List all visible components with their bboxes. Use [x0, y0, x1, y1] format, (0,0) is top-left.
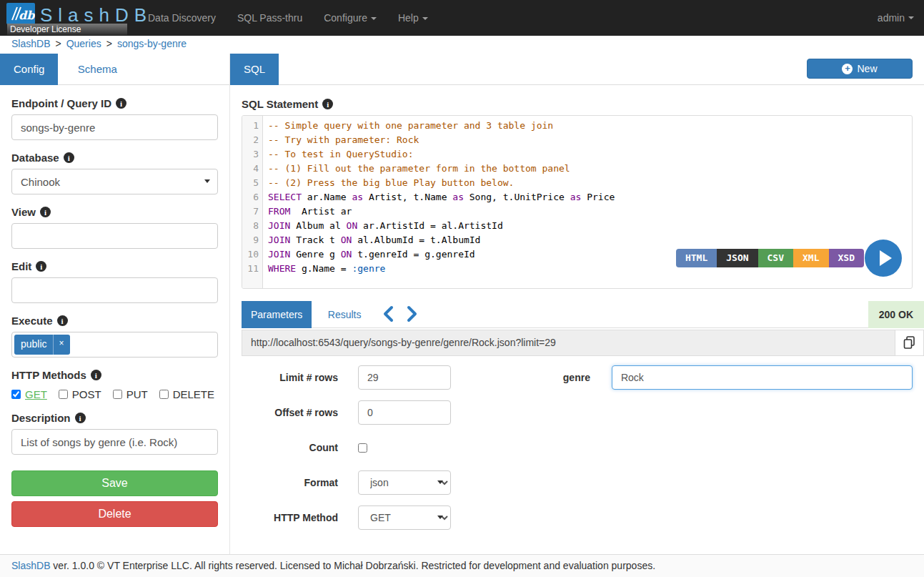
genre-label: genre — [550, 372, 590, 383]
info-icon[interactable] — [91, 370, 101, 380]
delete-button[interactable]: Delete — [11, 501, 218, 527]
format-xml-button[interactable]: XML — [793, 249, 828, 267]
description-label: Description — [11, 412, 218, 424]
caret-down-icon — [422, 17, 428, 20]
play-icon — [880, 250, 892, 266]
format-html-button[interactable]: HTML — [676, 249, 717, 267]
config-panel: Endpoint / Query ID Database Chinook Vie… — [0, 85, 229, 554]
prev-result-button[interactable] — [382, 305, 394, 325]
nav-item-configure[interactable]: Configure — [313, 12, 387, 24]
code-line: 1-- Simple query with one parameter and … — [242, 119, 912, 133]
code-line: 6SELECT ar.Name as Artist, t.Name as Son… — [242, 190, 912, 204]
get-method-label[interactable]: GET — [25, 388, 47, 400]
caret-down-icon — [371, 17, 377, 20]
info-icon[interactable] — [57, 315, 68, 326]
run-query-button[interactable] — [865, 240, 902, 277]
license-banner: Developer License — [7, 24, 127, 35]
limit-label: Limit # rows — [242, 372, 338, 383]
endpoint-label: Endpoint / Query ID — [11, 97, 218, 109]
breadcrumb-slashdb[interactable]: SlashDB — [11, 38, 50, 49]
http-method-label: HTTP Method — [242, 512, 338, 523]
line-number: 3 — [242, 147, 263, 162]
put-checkbox[interactable] — [113, 390, 122, 399]
breadcrumb-separator: > — [55, 38, 61, 49]
format-label: Format — [242, 477, 338, 488]
delete-checkbox[interactable] — [159, 390, 169, 399]
view-input[interactable] — [11, 223, 218, 249]
breadcrumb-separator: > — [106, 38, 112, 49]
line-number: 9 — [242, 233, 263, 247]
put-method-label[interactable]: PUT — [126, 388, 148, 400]
code-line: 8JOIN Album al ON ar.ArtistId = al.Artis… — [242, 219, 912, 233]
format-button-group: HTML JSON CSV XML XSD — [676, 249, 864, 267]
request-url-row: http://localhost:6543/query/songs-by-gen… — [242, 330, 924, 356]
parameters-form: Limit # rows Offset # rows Count Format … — [242, 365, 913, 541]
edit-label: Edit — [11, 260, 218, 272]
line-number: 8 — [242, 219, 263, 233]
offset-label: Offset # rows — [242, 407, 338, 418]
line-number: 11 — [242, 262, 263, 276]
info-icon[interactable] — [322, 99, 333, 109]
right-panel-tabs: SQL New — [230, 54, 924, 85]
request-url[interactable]: http://localhost:6543/query/songs-by-gen… — [242, 330, 895, 355]
info-icon[interactable] — [116, 98, 126, 109]
http-methods-group: GET POST PUT DELETE — [11, 388, 218, 400]
code-line: 9JOIN Track t ON al.AlbumId = t.AlbumId — [242, 233, 912, 247]
offset-input[interactable] — [358, 400, 451, 425]
user-menu[interactable]: admin — [878, 0, 914, 36]
info-icon[interactable] — [36, 261, 46, 272]
format-json-button[interactable]: JSON — [717, 249, 757, 267]
tab-results[interactable]: Results — [319, 301, 371, 328]
brand-title: SlashDB — [40, 4, 152, 26]
format-csv-button[interactable]: CSV — [758, 249, 793, 267]
count-checkbox[interactable] — [358, 443, 367, 453]
count-label: Count — [242, 442, 338, 453]
chevron-right-icon — [406, 305, 418, 322]
remove-tag-icon[interactable]: × — [53, 335, 70, 355]
get-checkbox[interactable] — [11, 390, 21, 399]
copy-icon — [903, 336, 915, 350]
info-icon[interactable] — [64, 152, 74, 163]
code-line: 3-- To test in QueryStudio: — [242, 147, 912, 162]
info-icon[interactable] — [75, 413, 86, 423]
tab-parameters[interactable]: Parameters — [242, 301, 312, 328]
sql-editor[interactable]: 1-- Simple query with one parameter and … — [242, 115, 913, 289]
genre-input[interactable] — [612, 365, 913, 390]
nav-item-data-discovery[interactable]: Data Discovery — [137, 12, 227, 24]
next-result-button[interactable] — [406, 305, 418, 325]
limit-input[interactable] — [358, 365, 451, 390]
tab-config[interactable]: Config — [0, 54, 58, 85]
edit-input[interactable] — [11, 277, 218, 303]
post-checkbox[interactable] — [59, 390, 68, 399]
copy-url-button[interactable] — [895, 330, 923, 355]
code-line: 7FROM Artist ar — [242, 204, 912, 219]
info-icon[interactable] — [40, 207, 51, 217]
format-select[interactable]: json — [358, 470, 451, 495]
execute-label: Execute — [11, 315, 218, 327]
description-input[interactable] — [11, 429, 218, 455]
chevron-left-icon — [382, 305, 394, 322]
tab-schema[interactable]: Schema — [64, 54, 131, 85]
execute-tags-input[interactable]: public × — [11, 332, 218, 357]
line-number: 2 — [242, 133, 263, 147]
new-query-button[interactable]: New — [807, 59, 913, 79]
save-button[interactable]: Save — [11, 470, 218, 496]
footer-slashdb-link[interactable]: SlashDB — [11, 560, 50, 571]
nav-item-sql-passthru[interactable]: SQL Pass-thru — [227, 12, 313, 24]
code-line: 4-- (1) Fill out the parameter form in t… — [242, 162, 912, 176]
endpoint-input[interactable] — [11, 114, 218, 140]
database-label: Database — [11, 152, 218, 164]
http-method-select[interactable]: GET — [358, 506, 451, 530]
nav-item-help[interactable]: Help — [387, 12, 439, 24]
breadcrumb-current[interactable]: songs-by-genre — [117, 38, 187, 49]
format-xsd-button[interactable]: XSD — [829, 249, 864, 267]
footer: SlashDB ver. 1.0.0 © VT Enterprise LLC. … — [0, 554, 924, 577]
sql-statement-label: SQL Statement — [242, 98, 913, 110]
code-line: 5-- (2) Press the big blue Play button b… — [242, 176, 912, 190]
post-method-label[interactable]: POST — [72, 388, 101, 400]
line-number: 7 — [242, 204, 263, 219]
breadcrumb-queries[interactable]: Queries — [66, 38, 101, 49]
delete-method-label[interactable]: DELETE — [173, 388, 214, 400]
database-select[interactable]: Chinook — [11, 169, 218, 194]
tab-sql[interactable]: SQL — [230, 54, 279, 85]
